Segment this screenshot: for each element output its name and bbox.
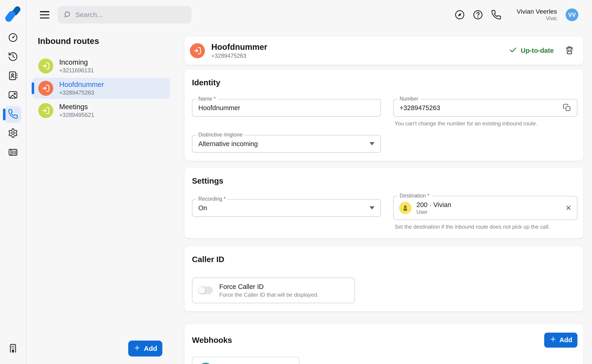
content-row: Inbound routes Incoming +3211696131 [26,30,592,364]
main-column: Vivian Veerles Vivic VV Inbound routes I… [26,0,592,364]
force-caller-id-label: Force Caller ID [219,283,319,291]
toggle-texts: Force Caller ID Force the Caller ID that… [219,283,319,298]
contact-book-icon [8,71,18,82]
name-field[interactable]: Name * [192,99,381,117]
identity-section: Identity Name * Number [184,69,583,161]
copy-number-button[interactable] [563,104,571,112]
user-org: Vivic [517,15,557,22]
route-texts: Hoofdnummer +3289475263 [59,80,104,96]
destination-field[interactable]: Destination * 200 · Vivian User ✕ [393,196,578,220]
add-route-label: Add [144,345,157,352]
force-caller-id-box: Force Caller ID Force the Caller ID that… [192,278,355,303]
ringtone-label: Distinctive ringtone [196,132,245,138]
phone-topbar-icon[interactable] [491,9,502,20]
search-icon [64,10,71,19]
history-icon [8,52,18,63]
caller-id-title: Caller ID [192,255,578,264]
sidebar-item-settings[interactable] [5,125,21,142]
settings-title: Settings [192,176,578,185]
sidebar-item-dashboard[interactable] [5,30,21,46]
sidebar-item-company[interactable] [5,340,21,357]
sidebar-item-media[interactable] [5,87,21,104]
route-item-incoming[interactable]: Incoming +3211696131 [32,56,170,77]
gear-icon [8,128,18,139]
sidebar-item-history[interactable] [5,49,21,65]
name-field-label: Name * [196,96,218,102]
route-number: +3289475263 [59,89,104,96]
user-block: Vivian Veerles Vivic [517,8,557,22]
plus-icon [549,336,557,344]
route-item-meetings[interactable]: Meetings +3289495621 [32,100,170,121]
sidebar-item-fax[interactable] [5,144,21,161]
check-icon [509,46,517,56]
destination-texts: 200 · Vivian User [416,201,451,215]
search-input[interactable] [75,11,186,19]
rail-nav [5,30,21,161]
identity-title: Identity [192,78,578,87]
status-badge: Up-to-date [509,46,554,56]
destination-value: 200 · Vivian [416,201,451,209]
route-item-hoofdnummer[interactable]: Hoofdnummer +3289475263 [32,78,170,99]
ringtone-select[interactable]: Distinctive ringtone Alternative incomin… [192,135,381,153]
add-webhook-button[interactable]: Add [544,333,578,348]
route-number: +3289495621 [59,111,94,118]
inbound-route-icon [38,103,53,118]
force-caller-id-desc: Force the Caller ID that will be display… [219,291,319,298]
fax-icon [8,147,18,158]
toggle-knob [198,287,205,294]
destination-label: Destination * [397,193,432,199]
ringtone-value: Alternative incoming [198,140,258,148]
name-input[interactable] [198,104,375,112]
webhook-icon [198,363,213,364]
inbound-route-icon [38,58,53,73]
app-logo[interactable] [6,6,20,22]
route-texts: Incoming +3211696131 [59,58,94,74]
force-caller-id-toggle[interactable] [198,286,213,294]
number-input[interactable] [399,104,563,112]
chevron-down-icon [370,142,375,145]
route-header-card: Hoofdnummer +3289475263 Up-to-date [184,36,583,65]
rail-bottom [5,340,21,357]
help-icon[interactable] [472,9,483,20]
inbound-route-icon [190,43,205,58]
delete-route-button[interactable] [565,46,574,56]
recording-select[interactable]: Recording * On [192,199,381,217]
page-title: Inbound routes [38,36,181,46]
header-texts: Hoofdnummer +3289475263 [211,42,267,59]
add-webhook-label: Add [559,336,572,344]
destination-helper-text: Set the destination if the inbound route… [395,224,578,230]
destination-type: User [416,209,451,215]
avatar[interactable]: VV [565,8,578,21]
routes-list: Incoming +3211696131 Hoofdnummer +328947… [32,56,181,121]
search-box[interactable] [58,6,192,23]
sidebar-item-calls[interactable] [5,106,21,123]
trash-icon [565,46,574,56]
add-route-button[interactable]: Add [128,341,162,357]
routes-panel: Inbound routes Incoming +3211696131 [26,30,181,364]
route-texts: Meetings +3289495621 [59,103,94,118]
compass-icon[interactable] [454,9,465,20]
selected-indicator [32,82,34,94]
topbar-right: Vivian Veerles Vivic VV [454,8,578,22]
menu-toggle-button[interactable] [40,11,49,19]
route-phone-number: +3289475263 [211,52,267,59]
webhook-item[interactable]: Webhook [192,357,299,364]
active-indicator [3,109,6,120]
route-name: Hoofdnummer [59,80,104,89]
icon-rail [0,0,26,364]
top-bar: Vivian Veerles Vivic VV [26,0,592,30]
sidebar-item-contacts[interactable] [5,68,21,85]
number-helper-text: You can't change the number for an exist… [395,120,578,127]
user-destination-icon [399,202,412,214]
chevron-down-icon [370,206,375,209]
plus-icon [133,344,141,353]
status-label: Up-to-date [521,47,554,54]
route-title: Hoofdnummer [211,42,267,52]
clear-destination-button[interactable]: ✕ [565,204,572,212]
recording-label: Recording * [196,196,228,202]
route-name: Meetings [59,103,94,111]
image-icon [8,90,18,101]
settings-section: Settings Recording * On Destination * [184,168,583,238]
route-detail-pane: Hoofdnummer +3289475263 Up-to-date Ident… [181,30,592,364]
number-field[interactable]: Number [393,99,578,117]
